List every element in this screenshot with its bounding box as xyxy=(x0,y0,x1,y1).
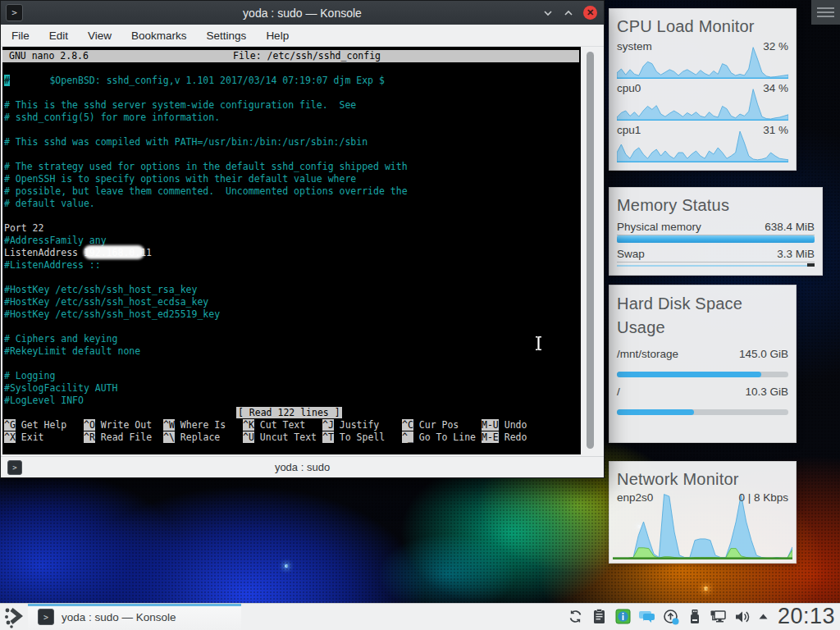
network-icon[interactable] xyxy=(710,608,728,626)
cpu-load-widget: CPU Load Monitor system32 %cpu034 %cpu13… xyxy=(609,8,797,171)
terminal-line: #HostKey /etc/ssh/ssh_host_ed25519_key xyxy=(4,308,581,321)
desktop-toolbox-button[interactable] xyxy=(811,0,840,25)
nano-shortcut: ^\ Replace xyxy=(163,431,220,444)
cpu-row-value: 32 % xyxy=(763,40,788,52)
nano-shortcuts-row1: ^G Get Help^O Write Out^W Where Is^K Cut… xyxy=(2,419,581,431)
memory-usage-bar xyxy=(617,235,815,243)
terminal-line: # OpenSSH is to specify options with the… xyxy=(4,173,581,185)
terminal-line: # Logging xyxy=(4,370,581,382)
konsole-window: > yoda : sudo — Konsole ✕ FileEditViewBo… xyxy=(0,0,605,478)
task-button-konsole[interactable]: > yoda : sudo — Konsole xyxy=(28,604,241,630)
menu-item-bookmarks[interactable]: Bookmarks xyxy=(131,30,187,42)
volume-icon[interactable] xyxy=(733,608,751,626)
nano-shortcut: M-U Undo xyxy=(482,419,527,431)
terminal-area[interactable]: GNU nano 2.8.6 File: /etc/ssh/sshd_confi… xyxy=(2,47,581,454)
nano-shortcut: ^K Cut Text xyxy=(243,419,305,431)
tab-bar[interactable]: > yoda : sudo xyxy=(1,456,604,477)
nano-shortcut: ^U Uncut Text xyxy=(243,431,317,444)
info-icon[interactable] xyxy=(614,608,632,626)
menu-item-view[interactable]: View xyxy=(88,30,112,42)
konsole-app-icon: > xyxy=(6,4,23,21)
nano-shortcut: ^_ Go To Line xyxy=(402,431,476,444)
window-titlebar[interactable]: > yoda : sudo — Konsole ✕ xyxy=(1,1,604,25)
task-konsole-icon: > xyxy=(38,609,54,625)
nano-cursor: # xyxy=(4,75,10,86)
memory-widget: Memory Status Physical memory638.4 MiBSw… xyxy=(609,187,823,276)
terminal-line: # default value. xyxy=(4,198,581,210)
memory-widget-title: Memory Status xyxy=(617,194,815,216)
menu-item-help[interactable]: Help xyxy=(266,30,289,42)
tab-label: yoda : sudo xyxy=(1,461,604,473)
nano-shortcut: ^G Get Help xyxy=(4,419,66,431)
cpu-row-cpu1: cpu131 % xyxy=(617,122,788,164)
terminal-lines: # $OpenBSD: sshd_config,v 1.101 2017/03/… xyxy=(4,75,581,407)
close-icon[interactable]: ✕ xyxy=(583,6,597,20)
disk-row: /mnt/storage145.0 GiB xyxy=(617,348,788,377)
disk-widget-title: Hard Disk Space Usage xyxy=(617,292,788,340)
cpu-row-value: 31 % xyxy=(763,124,788,136)
disk-usage-bar xyxy=(617,372,788,377)
network-rate-value: 0 | 8 Kbps xyxy=(738,491,788,504)
terminal-line: #HostKey /etc/ssh/ssh_host_rsa_key xyxy=(4,284,581,296)
nano-shortcut: ^J Justify xyxy=(322,419,379,431)
cpu-row-label: cpu1 xyxy=(617,124,641,136)
window-title: yoda : sudo — Konsole xyxy=(1,7,604,20)
terminal-line xyxy=(4,148,581,161)
cpu-row-cpu0: cpu034 % xyxy=(617,80,788,122)
clipboard-icon[interactable] xyxy=(591,608,609,626)
terminal-line: # This sshd was compiled with PATH=/usr/… xyxy=(4,136,581,148)
terminal-line xyxy=(4,87,581,99)
nano-titlebar: GNU nano 2.8.6 File: /etc/ssh/sshd_confi… xyxy=(2,50,579,62)
terminal-line: # Ciphers and keying xyxy=(4,333,581,345)
disk-rows: /mnt/storage145.0 GiB/10.3 GiB xyxy=(617,348,788,415)
terminal-line xyxy=(4,210,581,222)
terminal-line: #LogLevel INFO xyxy=(4,395,581,407)
sync-icon[interactable] xyxy=(567,608,585,626)
usb-icon[interactable] xyxy=(686,608,704,626)
nano-shortcut: ^X Exit xyxy=(4,431,43,444)
tray-expander-icon[interactable] xyxy=(757,608,770,626)
menu-item-file[interactable]: File xyxy=(11,30,30,42)
launcher-icon xyxy=(3,605,25,628)
terminal-line xyxy=(4,321,581,333)
terminal-scrollbar[interactable] xyxy=(581,47,604,454)
minimize-icon[interactable] xyxy=(542,7,554,19)
nano-shortcut: ^C Cur Pos xyxy=(402,419,459,431)
memory-row: Swap3.3 MiB xyxy=(617,248,815,270)
terminal-line: # sshd_config(5) for more information. xyxy=(4,112,581,124)
terminal-line: #SyslogFacility AUTH xyxy=(4,382,581,395)
terminal-line: # The strategy used for options in the d… xyxy=(4,161,581,173)
terminal-line: #RekeyLimit default none xyxy=(4,345,581,358)
nano-shortcut: ^T To Spell xyxy=(322,431,385,444)
cpu-row-value: 34 % xyxy=(763,82,788,94)
wallpaper-sparkle xyxy=(285,564,288,568)
redaction-blur xyxy=(84,245,144,259)
disk-row: /10.3 GiB xyxy=(617,386,788,415)
nano-status-message: [ Read 122 lines ] xyxy=(236,407,342,418)
nano-shortcut: ^O Write Out xyxy=(84,419,152,431)
cpu-row-system: system32 % xyxy=(617,39,788,80)
terminal-line: ListenAddress 192.168.0.11 xyxy=(4,247,581,259)
digital-clock[interactable]: 20:13 xyxy=(778,604,835,629)
menu-item-edit[interactable]: Edit xyxy=(49,30,68,42)
terminal-line: # possible, but leave them commented. Un… xyxy=(4,185,581,198)
cpu-row-label: cpu0 xyxy=(617,82,641,94)
menu-bar: FileEditViewBookmarksSettingsHelp xyxy=(1,25,604,47)
app-launcher-button[interactable] xyxy=(0,604,28,630)
menu-item-settings[interactable]: Settings xyxy=(207,30,247,42)
cpu-widget-title: CPU Load Monitor xyxy=(617,16,788,37)
chat-icon[interactable] xyxy=(638,608,656,626)
scrollbar-thumb[interactable] xyxy=(587,52,594,449)
taskbar: > yoda : sudo — Konsole 20:13 xyxy=(0,603,840,630)
maximize-icon[interactable] xyxy=(563,7,574,19)
cpu-row-label: system xyxy=(617,40,652,52)
cpu-rows: system32 %cpu034 %cpu131 % xyxy=(617,39,788,164)
disk-widget: Hard Disk Space Usage /mnt/storage145.0 … xyxy=(609,285,797,443)
terminal-line: #HostKey /etc/ssh/ssh_host_ecdsa_key xyxy=(4,296,581,308)
terminal-line: # This is the sshd server system-wide co… xyxy=(4,99,581,112)
system-tray: 20:13 xyxy=(567,603,840,630)
terminal-line xyxy=(4,124,581,136)
disk-usage-bar xyxy=(617,409,788,415)
updates-icon[interactable] xyxy=(662,608,680,626)
nano-filename: File: /etc/ssh/sshd_config xyxy=(233,50,381,62)
